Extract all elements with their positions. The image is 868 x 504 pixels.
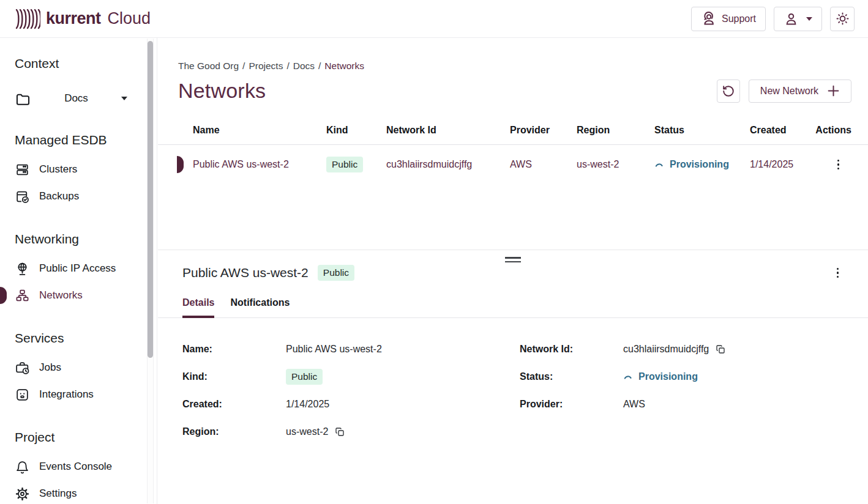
sidebar-item-backups[interactable]: Backups bbox=[15, 183, 157, 210]
app-logo[interactable]: kurrent Cloud bbox=[15, 7, 151, 31]
theme-toggle-button[interactable] bbox=[830, 7, 855, 31]
sidebar-item-settings[interactable]: Settings bbox=[15, 480, 157, 504]
spinner-icon bbox=[654, 161, 664, 169]
column-header-kind: Kind bbox=[326, 125, 386, 136]
field-value: cu3hlaiirsdmuidcjffg bbox=[623, 344, 709, 355]
field-value: 1/14/2025 bbox=[286, 399, 329, 410]
cell-status: Provisioning bbox=[654, 159, 750, 170]
kind-badge: Public bbox=[326, 157, 363, 172]
support-label: Support bbox=[722, 13, 756, 24]
sidebar-item-label: Clusters bbox=[39, 163, 77, 176]
gear-icon bbox=[15, 486, 30, 502]
breadcrumb-current: Networks bbox=[324, 61, 364, 71]
kebab-dot bbox=[837, 272, 839, 274]
table-header: Name Kind Network Id Provider Region Sta… bbox=[158, 125, 868, 145]
backups-icon bbox=[15, 189, 30, 204]
tab-notifications[interactable]: Notifications bbox=[230, 297, 290, 318]
plus-icon bbox=[827, 84, 840, 97]
fields-left-column: Name: Public AWS us-west-2 Kind: Public … bbox=[182, 340, 520, 450]
sidebar-item-clusters[interactable]: Clusters bbox=[15, 156, 157, 183]
column-header-name: Name bbox=[193, 125, 326, 136]
outlet-icon bbox=[15, 387, 30, 402]
detail-actions-kebab-button[interactable] bbox=[834, 265, 842, 281]
sidebar-item-public-ip-access[interactable]: Public IP Access bbox=[15, 255, 157, 282]
field-value: AWS bbox=[623, 399, 645, 410]
context-heading: Context bbox=[15, 56, 157, 71]
breadcrumb-separator: / bbox=[286, 61, 289, 71]
tab-details[interactable]: Details bbox=[182, 297, 214, 318]
section-heading: Services bbox=[15, 331, 157, 346]
breadcrumb-separator: / bbox=[242, 61, 245, 71]
refresh-icon bbox=[722, 84, 735, 98]
sidebar-item-label: Backups bbox=[39, 190, 79, 202]
title-row: Networks New Network bbox=[158, 79, 868, 103]
cell-name[interactable]: Public AWS us-west-2 bbox=[193, 159, 326, 170]
active-item-marker bbox=[0, 287, 7, 304]
column-header-actions: Actions bbox=[815, 125, 851, 136]
chevron-down-icon bbox=[121, 97, 127, 100]
field-kind-badge: Public bbox=[286, 369, 323, 385]
section-heading: Managed ESDB bbox=[15, 133, 157, 147]
field-label: Name: bbox=[182, 344, 286, 355]
field-label: Network Id: bbox=[520, 344, 623, 355]
sidebar-item-jobs[interactable]: Jobs bbox=[15, 354, 157, 381]
sidebar-item-label: Settings bbox=[39, 487, 77, 500]
top-bar: kurrent Cloud Support bbox=[0, 0, 868, 38]
breadcrumb-projects[interactable]: Projects bbox=[249, 61, 283, 71]
column-header-status: Status bbox=[654, 125, 750, 136]
page-title: Networks bbox=[178, 79, 266, 103]
detail-tabs: Details Notifications bbox=[158, 297, 868, 318]
sidebar-item-integrations[interactable]: Integrations bbox=[15, 381, 157, 408]
briefcase-clock-icon bbox=[15, 360, 30, 376]
field-status: Status: Provisioning bbox=[520, 368, 844, 386]
new-network-button[interactable]: New Network bbox=[749, 80, 851, 103]
context-selector-value: Docs bbox=[31, 92, 121, 105]
spinner-icon bbox=[623, 373, 633, 381]
column-header-created: Created bbox=[750, 125, 815, 136]
field-label: Created: bbox=[182, 399, 286, 410]
details-panel: Public AWS us-west-2 Public Details Noti… bbox=[158, 250, 868, 504]
user-menu-button[interactable] bbox=[774, 7, 822, 31]
refresh-button[interactable] bbox=[717, 80, 740, 103]
kebab-dot bbox=[837, 160, 840, 162]
breadcrumb: The Good Org/Projects/Docs/Networks bbox=[178, 61, 868, 72]
globe-stand-icon bbox=[15, 261, 30, 276]
panel-resize-handle[interactable] bbox=[505, 257, 521, 262]
table-row[interactable]: Public AWS us-west-2 Public cu3hlaiirsdm… bbox=[158, 145, 868, 184]
status-label: Provisioning bbox=[670, 159, 729, 170]
section-project: Project Events Console bbox=[15, 430, 157, 504]
sidebar-scrollbar-thumb[interactable] bbox=[148, 41, 153, 358]
sidebar-item-label: Networks bbox=[39, 289, 83, 302]
sitemap-icon bbox=[15, 288, 30, 303]
field-region: Region: us-west-2 bbox=[182, 423, 520, 441]
row-actions-kebab-button[interactable] bbox=[835, 157, 842, 172]
bell-icon bbox=[15, 459, 30, 475]
support-agent-icon bbox=[701, 11, 716, 26]
sidebar-item-label: Integrations bbox=[39, 388, 94, 401]
cell-region: us-west-2 bbox=[577, 159, 654, 170]
user-icon bbox=[784, 11, 799, 26]
copy-region-button[interactable] bbox=[335, 427, 345, 437]
handle-bar bbox=[505, 257, 521, 259]
field-label: Status: bbox=[520, 371, 623, 382]
networks-table: Name Kind Network Id Provider Region Sta… bbox=[158, 125, 868, 184]
column-header-provider: Provider bbox=[510, 125, 577, 136]
sidebar-item-label: Events Console bbox=[39, 461, 112, 473]
cell-provider: AWS bbox=[510, 159, 577, 170]
breadcrumb-org[interactable]: The Good Org bbox=[178, 61, 239, 71]
section-heading: Project bbox=[15, 430, 157, 445]
copy-network-id-button[interactable] bbox=[716, 344, 725, 354]
copy-icon bbox=[335, 427, 345, 437]
context-selector[interactable]: Docs bbox=[15, 86, 127, 111]
kebab-dot bbox=[837, 268, 839, 270]
clusters-icon bbox=[15, 162, 30, 177]
section-networking: Networking Public IP Access bbox=[15, 232, 157, 309]
field-label: Kind: bbox=[182, 371, 286, 382]
breadcrumb-docs[interactable]: Docs bbox=[293, 61, 315, 71]
sidebar-item-networks[interactable]: Networks bbox=[15, 282, 157, 309]
section-services: Services Jobs bbox=[15, 331, 157, 408]
support-button[interactable]: Support bbox=[691, 7, 766, 31]
sun-icon bbox=[836, 12, 850, 26]
copy-icon bbox=[716, 344, 725, 354]
sidebar-item-events-console[interactable]: Events Console bbox=[15, 453, 157, 480]
